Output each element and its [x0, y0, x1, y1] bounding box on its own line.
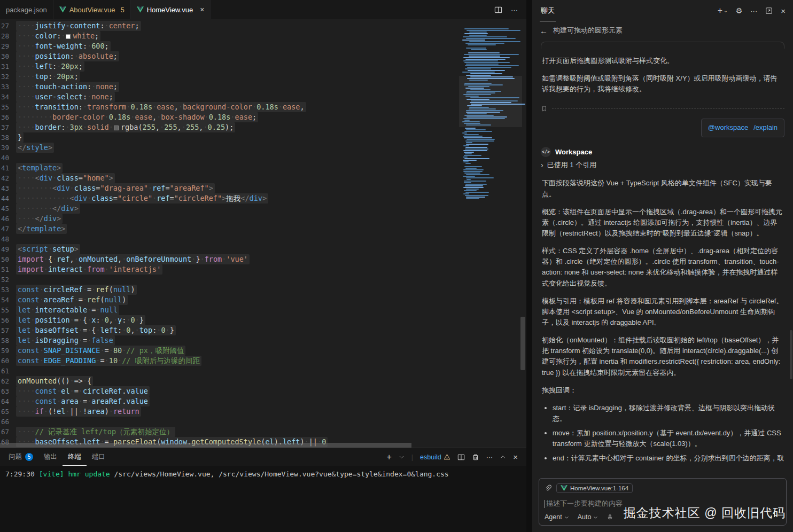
- code-line[interactable]: 55let·interactable·=·null: [0, 305, 452, 315]
- voice-input-mic-icon[interactable]: [607, 514, 613, 521]
- code-line[interactable]: 32····top:·20px;: [0, 72, 452, 82]
- bookmark-icon[interactable]: [541, 105, 548, 112]
- code-line[interactable]: 43········<div·class="drag-area"·ref="ar…: [0, 183, 452, 193]
- code-viewport[interactable]: 27····justify-content:·center;28····colo…: [0, 19, 452, 447]
- panel-tab-output[interactable]: 输出: [38, 448, 63, 466]
- line-number: 44: [0, 193, 16, 204]
- code-line[interactable]: 48: [0, 234, 452, 244]
- more-actions-icon[interactable]: ···: [511, 6, 518, 14]
- terminal-profile-chevron-icon[interactable]: [399, 454, 405, 460]
- code-line[interactable]: 38}: [0, 132, 452, 143]
- chat-scrollbar[interactable]: [790, 330, 792, 379]
- split-terminal-icon[interactable]: [457, 453, 465, 461]
- code-line[interactable]: 34····user-select:·none;: [0, 92, 452, 102]
- text-cursor: [545, 500, 545, 508]
- minimap-slider[interactable]: [459, 76, 522, 127]
- code-line[interactable]: 51import·interact·from·'interactjs': [0, 264, 452, 275]
- code-line[interactable]: 53const·circleRef·=·ref(null): [0, 285, 452, 295]
- line-number: 60: [0, 356, 16, 366]
- chat-panel-title[interactable]: 聊天: [540, 0, 556, 21]
- kill-terminal-icon[interactable]: [472, 453, 479, 461]
- back-arrow-icon[interactable]: ←: [540, 26, 548, 35]
- code-line[interactable]: 56let·position·=·{·x:·0,·y:·0·}: [0, 315, 452, 325]
- terminal-output[interactable]: 7:29:30 [vite] hmr update /src/views/Hom…: [0, 466, 526, 532]
- code-line[interactable]: 63····const·el·=·circleRef.value: [0, 386, 452, 396]
- tab-package-json[interactable]: package.json: [0, 0, 53, 19]
- user-message-bubble[interactable]: @workspace /explain: [701, 119, 784, 137]
- chat-settings-gear-icon[interactable]: ⚙: [736, 6, 743, 15]
- code-line[interactable]: 65····if·(!el·||·!area)·return: [0, 406, 452, 417]
- line-number: 53: [0, 285, 16, 295]
- code-line[interactable]: 29····font-weight:·600;: [0, 41, 452, 51]
- code-line[interactable]: 35····transition:·transform·0.18s·ease,·…: [0, 102, 452, 112]
- line-number: 39: [0, 143, 16, 153]
- editor-chat-sash[interactable]: [526, 0, 532, 532]
- code-line[interactable]: 40: [0, 153, 452, 163]
- code-line[interactable]: 64····const·area·=·areaRef.value: [0, 396, 452, 406]
- code-line[interactable]: 42····<div·class="home">: [0, 173, 452, 183]
- close-tab-icon[interactable]: ×: [200, 6, 204, 13]
- code-line[interactable]: 50import·{·ref,·onMounted,·onBeforeUnmou…: [0, 254, 452, 264]
- workspace-mention-link[interactable]: @workspace: [708, 122, 748, 133]
- new-chat-button[interactable]: +⌄: [718, 6, 728, 15]
- tab-aboutview-vue[interactable]: AboutView.vue 5: [53, 0, 131, 19]
- panel-tab-problems[interactable]: 问题 5: [3, 448, 38, 466]
- code-line[interactable]: 67····// 记录基准 left/top（元素初始定位）: [0, 427, 452, 437]
- maximize-panel-icon[interactable]: [500, 454, 506, 460]
- code-line[interactable]: 44············<div·class="circle"·ref="c…: [0, 193, 452, 204]
- context-file-chip[interactable]: HomeView.vue:1-164: [556, 483, 633, 493]
- split-editor-icon[interactable]: [494, 6, 502, 14]
- code-line[interactable]: 52: [0, 275, 452, 285]
- panel-more-icon[interactable]: ···: [486, 453, 493, 461]
- code-line[interactable]: 39</style>: [0, 143, 452, 153]
- references-toggle[interactable]: › 已使用 1 个引用: [541, 160, 784, 171]
- line-number: 45: [0, 204, 16, 214]
- chat-input-field[interactable]: 描述下一步要构建的内容: [545, 499, 781, 508]
- code-line[interactable]: 45········</div>: [0, 204, 452, 214]
- panel-tab-terminal[interactable]: 终端: [63, 448, 87, 466]
- code-line[interactable]: 46····</div>: [0, 214, 452, 224]
- code-line[interactable]: 59const·SNAP_DISTANCE·=·80·// px，吸附阈值: [0, 346, 452, 356]
- code-line[interactable]: 30····position:·absolute;: [0, 51, 452, 61]
- code-line[interactable]: 33····touch-action:·none;: [0, 82, 452, 92]
- editor-horizontal-scrollbar[interactable]: [0, 443, 526, 448]
- bullet-item: move：累加 position.x/position.y（基于 event.d…: [553, 428, 784, 449]
- editor-vertical-scrollbar[interactable]: [520, 317, 525, 370]
- attach-context-paperclip-icon[interactable]: [545, 484, 552, 492]
- code-line[interactable]: 28····color:·white;: [0, 31, 452, 41]
- code-line[interactable]: 27····justify-content:·center;: [0, 21, 452, 31]
- chat-conversation[interactable]: 打开页面后拖拽圆形测试吸附与样式变化。 如需调整吸附阈值或吸附到角落（同时吸附 …: [532, 37, 793, 474]
- scrollbar-thumb[interactable]: [0, 443, 411, 448]
- code-line[interactable]: 47</template>: [0, 224, 452, 234]
- code-line[interactable]: 49<script·setup>: [0, 244, 452, 254]
- code-line[interactable]: 37····border:·3px·solid·rgba(255,·255,·2…: [0, 122, 452, 132]
- close-chat-icon[interactable]: ×: [781, 6, 786, 15]
- panel-tab-label: 终端: [68, 452, 81, 461]
- panel-tab-ports[interactable]: 端口: [87, 448, 111, 466]
- code-line[interactable]: 31····left:·20px;: [0, 61, 452, 72]
- tab-homeview-vue[interactable]: HomeView.vue ×: [131, 0, 211, 19]
- model-dropdown[interactable]: Auto: [578, 513, 598, 521]
- code-editor[interactable]: 27····justify-content:·center;28····colo…: [0, 19, 526, 448]
- code-line[interactable]: 60const·EDGE_PADDING·=·10·// 吸附后与边缘的间距: [0, 356, 452, 366]
- mode-dropdown[interactable]: Agent: [545, 513, 569, 521]
- chat-more-icon[interactable]: ···: [750, 7, 757, 15]
- new-terminal-icon[interactable]: +: [387, 452, 392, 462]
- code-line[interactable]: 41<template>: [0, 163, 452, 173]
- warning-icon: [444, 453, 450, 460]
- open-chat-in-editor-icon[interactable]: [765, 7, 773, 14]
- explain-command-link[interactable]: /explain: [753, 122, 778, 133]
- minimap[interactable]: [462, 27, 518, 206]
- active-terminal-name[interactable]: esbuild: [420, 453, 450, 461]
- chat-input-box[interactable]: HomeView.vue:1-164 描述下一步要构建的内容 Agent Aut…: [539, 478, 787, 526]
- code-line[interactable]: 54const·areaRef·=·ref(null): [0, 295, 452, 305]
- close-panel-icon[interactable]: ×: [513, 452, 518, 461]
- code-line[interactable]: 36········border-color·0.18s·ease,·box-s…: [0, 112, 452, 122]
- code-line[interactable]: 66: [0, 417, 452, 427]
- line-number: 37: [0, 122, 16, 132]
- code-line[interactable]: 58let·isDragging·=·false: [0, 335, 452, 346]
- tab-problem-count: 5: [120, 6, 124, 14]
- code-line[interactable]: 57let·baseOffset·=·{·left:·0,·top:·0·}: [0, 325, 452, 335]
- code-line[interactable]: 61: [0, 366, 452, 376]
- code-line[interactable]: 62onMounted(()·=>·{: [0, 376, 452, 386]
